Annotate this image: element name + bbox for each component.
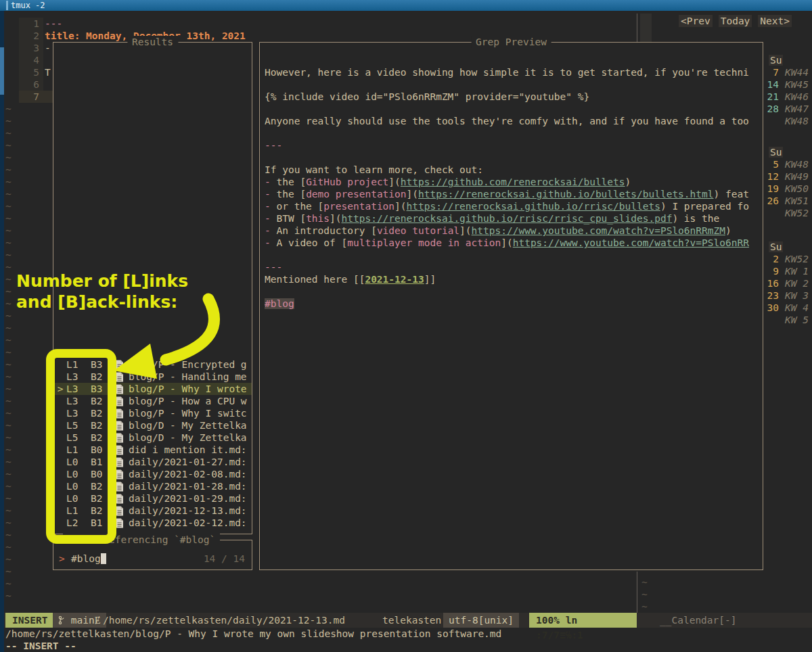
tilde-marker: ~ [5,517,12,529]
preview-line: --- [265,139,759,152]
calendar-sign-column [640,14,652,42]
preview-segment: - [265,201,276,212]
preview-line: - An introductory [video tutorial](https… [265,225,759,237]
terminal-scrollbar[interactable] [0,11,4,652]
calendar-day[interactable]: 30 [766,302,779,314]
calendar-week-row[interactable]: 23KW 3 [766,289,809,302]
calendar-week-row[interactable]: 19KW50 [766,183,809,195]
calendar-day[interactable]: 2 [766,253,779,265]
calendar-week-row[interactable]: KW 5 [766,314,809,326]
preview-line [265,103,759,115]
window-separator-top[interactable] [637,14,637,43]
grep-preview-window[interactable]: Grep Preview However, here is a video sh… [259,42,763,570]
preview-segment: {% include video id="PSlo6nRRmZM" provid… [265,91,589,102]
preview-line: If you want to learn more, check out: [265,164,759,176]
preview-line: - or the [presentation](https://renerock… [265,200,759,212]
preview-segment: demo presentation [306,189,406,200]
file-icon [115,468,129,480]
preview-line: Mentioned here [[2021-12-13]] [265,273,759,285]
tilde-marker: ~ [5,590,12,602]
preview-segment: - [265,213,276,224]
preview-line: - the [GitHub project](https://github.co… [265,176,759,188]
git-branch-icon [58,615,65,625]
calendar-week-number: KW 2 [785,278,809,289]
preview-segment: An introductory [ [276,225,376,236]
result-file-name: blog/D - My Zettelka [129,419,252,432]
calendar-week-row[interactable]: 16KW 2 [766,277,809,289]
tilde-marker: ~ [5,371,12,383]
tilde-marker: ~ [5,127,12,139]
search-input[interactable]: #blog [71,553,101,565]
calendar-day[interactable]: 9 [766,265,779,277]
git-branch-name: main [71,615,95,626]
calendar-week-row[interactable]: KW48 [766,115,809,127]
preview-segment: --- [265,140,282,151]
calendar-week-row[interactable]: 26KW51 [766,195,809,207]
tilde-marker: ~ [5,541,12,553]
calendar-day[interactable]: 14 [766,78,779,91]
line-number: 7 [19,91,39,103]
file-icon [115,444,129,456]
calendar-week-row[interactable]: 14KW45 [766,78,809,91]
calendar-week-row[interactable]: 12KW49 [766,170,809,183]
terminal-window: tmux -2 1---2title: Monday, December 13t… [0,0,812,652]
calendar-week-row[interactable]: 9KW 1 [766,265,809,277]
file-icon [115,456,129,468]
calendar-day[interactable]: 23 [766,289,779,302]
calendar-week-row[interactable]: 30KW 4 [766,302,809,314]
preview-segment: or the [ [276,201,323,212]
statusline-file-path: /home/rs/zettelkasten/daily/2021-12-13.m… [103,613,345,628]
calendar-week-number: KW48 [785,116,809,126]
tilde-marker: ~ [5,115,12,127]
calendar-day[interactable]: 7 [766,66,779,78]
calendar-week-row[interactable]: 5KW48 [766,158,809,170]
prompt-window: Notes referencing `#blog` > #blog 14 / 1… [53,540,252,570]
calendar-week-row[interactable]: 2KW52 [766,253,809,265]
result-file-name: daily/2021-01-28.md: [129,480,252,492]
preview-segment: --- [265,262,282,273]
preview-segment: If you want to learn more, check out: [265,164,483,175]
line-number: 5 [19,66,39,78]
calendar-day[interactable]: 12 [766,170,779,183]
preview-segment: ) [625,177,631,187]
tilde-marker: ~ [5,164,12,176]
calendar-day[interactable]: 19 [766,183,779,195]
calendar-week-row[interactable]: 7KW44 [766,66,809,78]
preview-segment: video tutorial [377,225,459,236]
calendar-week-number: KW 3 [785,290,809,301]
preview-segment: https://github.com/renerocksai/bullets [401,177,625,187]
calendar-today-button[interactable]: Today [719,15,752,27]
preview-segment: https://renerocksai.github.io/bullets/bu… [418,189,714,200]
result-file-name: blog/P - Why I switc [129,407,252,419]
result-file-name: did i mention it.md: [129,444,252,456]
tilde-marker: ~ [5,395,12,407]
tilde-marker: ~ [5,346,12,358]
calendar-week-row[interactable]: 21KW46 [766,91,809,103]
calendar-day[interactable]: 21 [766,91,779,103]
calendar-next-button[interactable]: Next> [758,15,792,27]
scrollbar-thumb[interactable] [0,47,4,95]
tilde-marker: ~ [5,212,12,225]
window-separator-bottom[interactable] [637,572,637,613]
preview-segment: ) I prepared fo [660,201,749,212]
preview-segment: the [ [276,177,306,187]
git-branch-segment: mainɆ [53,613,106,628]
statusline-encoding: utf-8[unix] [443,613,519,628]
result-file-name: daily/2021-02-12.md: [129,517,252,529]
preview-segment: ]( [459,225,471,236]
calendar-prev-button[interactable]: <Prev [679,15,713,27]
calendar-day[interactable]: 28 [766,103,779,115]
tilde-marker: ~ [5,249,12,261]
results-window-title: Results [127,36,178,48]
calendar-day[interactable]: 5 [766,158,779,170]
calendar-week-row[interactable]: 28KW47 [766,103,809,115]
file-icon [115,419,129,432]
calendar-day[interactable]: 26 [766,195,779,207]
prompt-marker: > [59,553,65,565]
tilde-marker: ~ [5,200,12,212]
calendar-day[interactable]: 16 [766,277,779,289]
tilde-marker: ~ [5,225,12,237]
line-number: 1 [19,18,39,30]
mode-message: -- INSERT -- [5,640,76,652]
calendar-week-row[interactable]: KW52 [766,207,809,219]
